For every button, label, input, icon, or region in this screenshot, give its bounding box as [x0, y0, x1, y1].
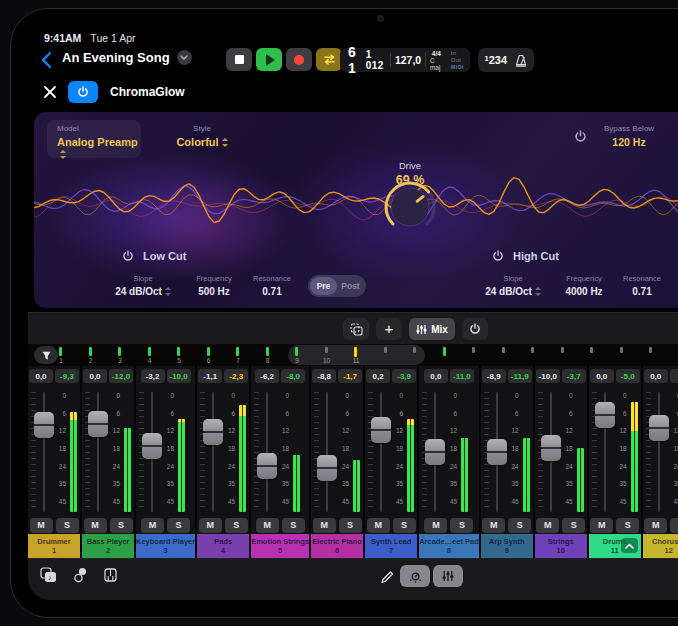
mute-button[interactable]: M	[141, 518, 164, 533]
slope-control[interactable]: Slope24 dB/Oct	[112, 274, 174, 297]
volume-value[interactable]: -8,0	[281, 369, 305, 383]
solo-button[interactable]: S	[562, 518, 585, 533]
plugins-icon[interactable]	[73, 567, 88, 583]
volume-value[interactable]: -12,0	[109, 369, 133, 383]
solo-button[interactable]: S	[616, 518, 639, 533]
volume-value[interactable]: -9,3	[55, 369, 79, 383]
pan-value[interactable]: -8,8	[312, 369, 336, 383]
volume-value[interactable]: -1,7	[338, 369, 362, 383]
fader-handle[interactable]	[649, 415, 669, 441]
metronome-icon[interactable]	[514, 54, 528, 67]
chevron-down-icon[interactable]	[177, 50, 192, 65]
mute-button[interactable]: M	[536, 518, 559, 533]
mute-button[interactable]: M	[482, 518, 505, 533]
solo-button[interactable]: S	[670, 518, 678, 533]
lcd-display[interactable]: 6 1 1 012 127,0 4/4 C maj In Out MIDI	[340, 48, 470, 72]
mute-button[interactable]: M	[30, 518, 53, 533]
fader-handle[interactable]	[425, 439, 445, 465]
mute-button[interactable]: M	[644, 518, 667, 533]
track-name-plate[interactable]: Drummer 1	[28, 534, 80, 558]
pan-value[interactable]: -8,9	[482, 369, 506, 383]
mute-button[interactable]: M	[313, 518, 336, 533]
mute-button[interactable]: M	[367, 518, 390, 533]
mute-button[interactable]: M	[424, 518, 447, 533]
volume-value[interactable]: -11,0	[450, 369, 474, 383]
track-name-plate[interactable]: Arp Synth 9	[481, 534, 533, 558]
mute-button[interactable]: M	[590, 518, 613, 533]
mute-button[interactable]: M	[84, 518, 107, 533]
track-name-plate[interactable]: Arcade…eet Pad 8	[419, 534, 479, 558]
frequency-control[interactable]: Frequency4000 Hz	[556, 274, 612, 297]
model-select[interactable]: Model Analog Preamp	[47, 120, 141, 158]
song-title-row[interactable]: An Evening Song	[62, 50, 192, 65]
bypass-control[interactable]: Bypass Below 120 Hz	[594, 124, 664, 148]
fader-handle[interactable]	[203, 419, 223, 445]
post-button[interactable]: Post	[337, 277, 364, 295]
level-control[interactable]: Level 0.0	[668, 124, 678, 148]
controls-view-button[interactable]	[400, 565, 430, 587]
volume-value[interactable]: -3,9	[392, 369, 416, 383]
record-button[interactable]	[286, 48, 312, 71]
pan-value[interactable]: 0,0	[644, 369, 668, 383]
volume-value[interactable]: -5,0	[616, 369, 640, 383]
solo-button[interactable]: S	[508, 518, 531, 533]
track-name-plate[interactable]: Emotion Strings 5	[251, 534, 309, 558]
mix-toggle-button[interactable]: Mix	[409, 318, 455, 340]
fader-handle[interactable]	[34, 412, 54, 438]
volume-value[interactable]: -10,0	[167, 369, 191, 383]
track-name-plate[interactable]: Strings 10	[535, 534, 587, 558]
fader-handle[interactable]	[317, 455, 337, 481]
fader-handle[interactable]	[88, 411, 108, 437]
track-name-plate[interactable]: Synth Lead 7	[365, 534, 417, 558]
track-name-plate[interactable]: Chorus V 12	[643, 534, 678, 558]
mixer-power-button[interactable]	[462, 318, 488, 340]
pan-value[interactable]: 0,2	[366, 369, 390, 383]
slope-control[interactable]: Slope24 dB/Oct	[482, 274, 544, 297]
cut-power-icon[interactable]	[492, 250, 504, 262]
track-name-plate[interactable]: Keyboard Player 3	[136, 534, 195, 558]
pan-value[interactable]: 0,0	[83, 369, 107, 383]
solo-button[interactable]: S	[450, 518, 473, 533]
plugin-power-button[interactable]	[68, 81, 98, 103]
pan-value[interactable]: -6,2	[255, 369, 279, 383]
volume-value[interactable]: -11,9	[508, 369, 532, 383]
pencil-icon[interactable]	[380, 570, 394, 584]
pan-value[interactable]: -10,0	[536, 369, 560, 383]
resonance-control[interactable]: Resonance0.71	[616, 274, 668, 297]
solo-button[interactable]: S	[56, 518, 79, 533]
track-name-plate[interactable]: Electric Piano 6	[311, 534, 363, 558]
drive-knob[interactable]	[380, 176, 440, 236]
play-button[interactable]	[256, 48, 282, 71]
track-name-plate[interactable]: Pads 4	[197, 534, 249, 558]
solo-button[interactable]: S	[393, 518, 416, 533]
solo-button[interactable]: S	[225, 518, 248, 533]
paste-settings-button[interactable]	[343, 318, 369, 340]
pan-value[interactable]: 0,0	[590, 369, 614, 383]
pan-value[interactable]: -1,1	[198, 369, 222, 383]
pan-value[interactable]: 0,0	[424, 369, 448, 383]
fader-handle[interactable]	[371, 417, 391, 443]
add-track-button[interactable]: +	[376, 318, 402, 340]
cycle-button[interactable]	[316, 48, 342, 71]
volume-value[interactable]: -2,3	[224, 369, 248, 383]
back-icon[interactable]	[40, 51, 54, 69]
loops-browser-icon[interactable]: ♪	[40, 567, 57, 583]
cut-power-icon[interactable]	[122, 250, 134, 262]
mute-button[interactable]: M	[256, 518, 279, 533]
style-select[interactable]: Style Colorful	[162, 124, 242, 148]
count-in-button[interactable]: 1234	[484, 54, 507, 66]
resonance-control[interactable]: Resonance0.71	[246, 274, 298, 297]
mute-button[interactable]: M	[199, 518, 222, 533]
fader-handle[interactable]	[142, 433, 162, 459]
mixer-view-button[interactable]	[433, 565, 463, 587]
volume-value[interactable]: -3,7	[562, 369, 586, 383]
pre-post-toggle[interactable]: Pre Post	[308, 275, 366, 297]
solo-button[interactable]: S	[339, 518, 362, 533]
frequency-control[interactable]: Frequency500 Hz	[186, 274, 242, 297]
fader-handle[interactable]	[487, 439, 507, 465]
piano-icon[interactable]	[104, 567, 117, 583]
stop-button[interactable]	[226, 48, 252, 71]
close-icon[interactable]	[42, 84, 58, 100]
collapse-strip-button[interactable]	[621, 538, 638, 553]
volume-value[interactable]	[670, 369, 678, 383]
